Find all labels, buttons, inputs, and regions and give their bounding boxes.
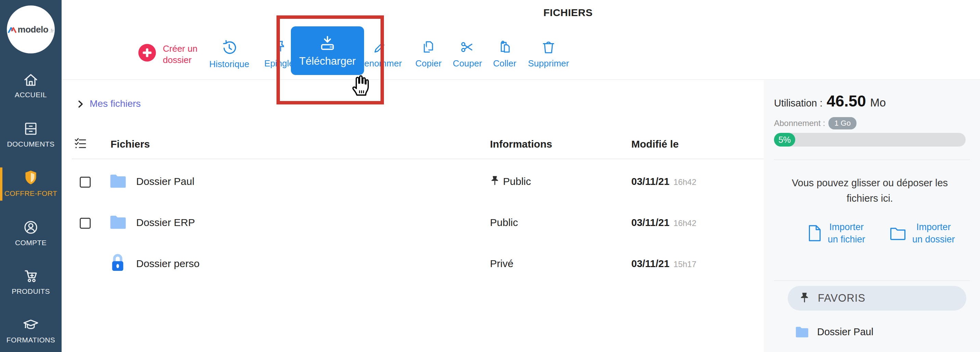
page-header: FICHIERS Créer un dossier Historique Epi…: [62, 0, 980, 80]
page-title: FICHIERS: [534, 7, 602, 19]
subscription-label: Abonnement :: [774, 118, 825, 128]
usage-value: 46.50: [827, 92, 866, 110]
logo-tld: .fr: [49, 28, 54, 33]
scissors-icon: [459, 39, 476, 56]
import-file-button[interactable]: Importer un fichier: [807, 221, 865, 245]
sidebar-item-formations[interactable]: FORMATIONS: [0, 316, 62, 349]
file-visibility: Privé: [490, 258, 513, 269]
usage-label: Utilisation :: [774, 97, 822, 109]
sidebar-item-documents[interactable]: DOCUMENTS: [0, 121, 62, 153]
sidebar-item-label: FORMATIONS: [6, 336, 55, 344]
lock-icon: [109, 251, 127, 273]
file-modified: 03/11/2115h17: [631, 258, 696, 269]
file-name[interactable]: Dossier Paul: [136, 176, 194, 187]
sidebar: modelo .fr ACCUEIL DOCUMENTS COFFRE-FORT: [0, 0, 62, 352]
file-modified: 03/11/2116h42: [631, 176, 696, 187]
file-visibility: Public: [503, 176, 531, 187]
storage-progress-bar: 5%: [774, 133, 966, 147]
pin-filled-icon: [799, 292, 810, 304]
coller-label: Coller: [493, 58, 516, 69]
column-header-modifie[interactable]: Modifié le: [631, 139, 679, 150]
sidebar-item-compte[interactable]: COMPTE: [0, 219, 62, 252]
file-name[interactable]: Dossier perso: [136, 258, 199, 269]
usage-summary: Utilisation : 46.50 Mo: [774, 92, 886, 110]
import-folder-label: Importer un dossier: [912, 221, 955, 245]
favorite-item-label: Dossier Paul: [817, 327, 873, 338]
home-icon: [22, 71, 39, 88]
usage-unit: Mo: [870, 96, 886, 109]
folder-icon: [109, 173, 127, 189]
plus-circle-icon: [138, 43, 157, 62]
select-all-icon[interactable]: [74, 137, 87, 150]
graduation-cap-icon: [22, 316, 39, 333]
file-name[interactable]: Dossier ERP: [136, 217, 195, 228]
import-file-label: Importer un fichier: [828, 221, 865, 245]
copy-icon: [420, 39, 437, 56]
favorites-header[interactable]: FAVORIS: [788, 286, 966, 311]
column-header-informations[interactable]: Informations: [490, 139, 552, 150]
row-checkbox[interactable]: [80, 218, 91, 229]
divider: [774, 159, 970, 160]
history-icon: [221, 39, 238, 56]
sidebar-item-coffre-fort[interactable]: COFFRE-FORT: [0, 169, 62, 202]
file-modified: 03/11/2116h42: [631, 217, 696, 228]
supprimer-label: Supprimer: [528, 58, 569, 69]
breadcrumb[interactable]: Mes fichiers: [90, 98, 141, 109]
app-logo[interactable]: modelo .fr: [7, 5, 55, 53]
copier-label: Copier: [415, 58, 442, 69]
sidebar-item-label: ACCUEIL: [15, 91, 47, 99]
create-folder-label: Créer un dossier: [163, 43, 197, 66]
sidebar-item-accueil[interactable]: ACCUEIL: [0, 71, 62, 104]
file-icon: [807, 224, 822, 242]
favorites-title: FAVORIS: [818, 292, 865, 304]
folder-outline-icon: [889, 225, 907, 241]
breadcrumb-chevron-icon[interactable]: [76, 100, 85, 108]
shield-icon: [22, 169, 39, 186]
divider: [774, 280, 970, 281]
sidebar-item-label: COFFRE-FORT: [5, 190, 57, 198]
dropzone-hint: Vous pouvez glisser ou déposer les fichi…: [774, 175, 966, 206]
logo-brand: modelo: [18, 24, 48, 35]
row-checkbox[interactable]: [80, 177, 91, 188]
subscription-badge: 1 Go: [829, 117, 856, 129]
telecharger-button[interactable]: Télécharger: [291, 26, 364, 75]
hand-cursor: [349, 72, 372, 97]
sidebar-item-produits[interactable]: PRODUITS: [0, 268, 62, 301]
sidebar-item-label: COMPTE: [15, 239, 46, 247]
account-icon: [22, 219, 39, 236]
folder-icon: [109, 213, 127, 230]
historique-label: Historique: [209, 59, 249, 70]
create-folder-button[interactable]: Créer un dossier: [138, 43, 197, 66]
storage-progress-value: 5%: [774, 133, 795, 147]
divider: [72, 159, 764, 159]
favorite-item[interactable]: Dossier Paul: [795, 325, 873, 338]
supprimer-button[interactable]: Supprimer: [521, 39, 576, 69]
trash-icon: [540, 39, 557, 56]
telecharger-label: Télécharger: [299, 55, 356, 67]
download-icon: [318, 34, 337, 53]
pin-filled-icon: [490, 175, 500, 187]
file-visibility: Public: [490, 217, 518, 228]
column-header-fichiers[interactable]: Fichiers: [111, 139, 150, 150]
folder-icon: [795, 325, 810, 338]
logo-mark-icon: [8, 25, 17, 33]
sidebar-item-label: PRODUITS: [12, 287, 50, 296]
historique-button[interactable]: Historique: [202, 39, 257, 70]
cart-plus-icon: [22, 268, 39, 284]
subscription-line: Abonnement : 1 Go: [774, 117, 856, 129]
paste-icon: [496, 39, 513, 56]
import-folder-button[interactable]: Importer un dossier: [889, 221, 955, 245]
documents-icon: [22, 121, 39, 137]
sidebar-item-label: DOCUMENTS: [7, 140, 55, 148]
